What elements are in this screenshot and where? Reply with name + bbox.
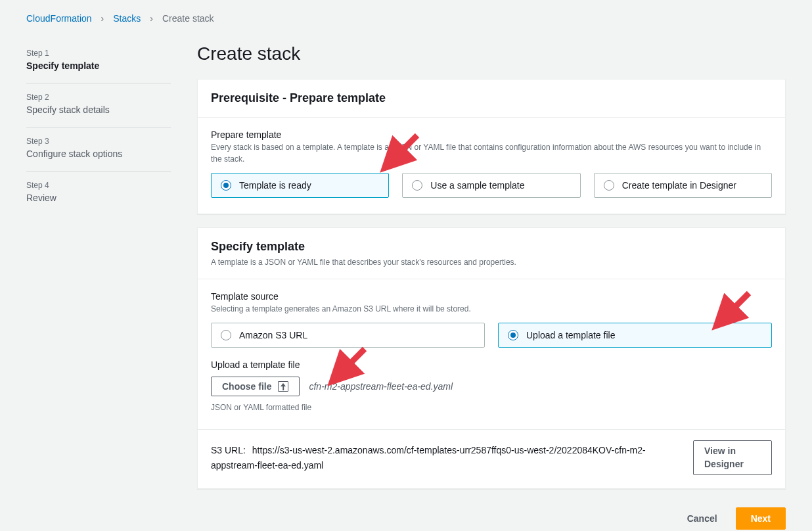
radio-label: Upload a template file <box>526 330 615 340</box>
panel-specify-template: Specify template A template is a JSON or… <box>197 227 786 489</box>
panel-prerequisite: Prerequisite - Prepare template Prepare … <box>197 79 786 214</box>
s3-url-display: S3 URL: https://s3-us-west-2.amazonaws.c… <box>211 443 680 473</box>
choose-file-button[interactable]: Choose file <box>211 377 300 396</box>
radio-icon <box>508 330 518 340</box>
wizard-step-1[interactable]: Step 1 Specify template <box>26 43 171 83</box>
field-label-prepare-template: Prepare template <box>211 129 772 140</box>
radio-icon <box>604 180 614 191</box>
radio-label: Amazon S3 URL <box>239 330 307 340</box>
wizard-step-label: Specify template <box>26 60 171 71</box>
radio-label: Use a sample template <box>430 180 524 191</box>
wizard-step-num: Step 3 <box>26 137 171 146</box>
radio-icon <box>221 180 231 191</box>
upload-icon <box>278 381 288 392</box>
chevron-right-icon: › <box>101 13 104 24</box>
field-label-template-source: Template source <box>211 291 772 302</box>
field-label-upload-file: Upload a template file <box>211 359 772 370</box>
radio-upload-template-file[interactable]: Upload a template file <box>498 323 772 348</box>
view-in-designer-button[interactable]: View in Designer <box>693 440 772 475</box>
breadcrumb-current: Create stack <box>162 13 214 24</box>
wizard-step-num: Step 4 <box>26 181 171 190</box>
panel-title: Prerequisite - Prepare template <box>211 91 772 105</box>
wizard-step-label: Configure stack options <box>26 149 171 159</box>
page-title: Create stack <box>197 43 786 64</box>
radio-label: Create template in Designer <box>622 180 736 191</box>
wizard-step-label: Review <box>26 193 171 203</box>
cancel-button[interactable]: Cancel <box>678 507 727 530</box>
main-content: Create stack Prerequisite - Prepare temp… <box>197 43 786 531</box>
field-help: Every stack is based on a template. A te… <box>211 141 772 165</box>
wizard-step-2[interactable]: Step 2 Specify stack details <box>26 83 171 127</box>
field-help: Selecting a template generates an Amazon… <box>211 303 772 315</box>
wizard-step-4[interactable]: Step 4 Review <box>26 172 171 215</box>
choose-file-label: Choose file <box>222 381 271 392</box>
radio-icon <box>221 330 231 340</box>
breadcrumb-link-stacks[interactable]: Stacks <box>113 13 141 24</box>
s3-url-value: https://s3-us-west-2.amazonaws.com/cf-te… <box>211 445 646 470</box>
next-button[interactable]: Next <box>736 507 786 530</box>
wizard-steps: Step 1 Specify template Step 2 Specify s… <box>26 43 171 215</box>
radio-use-sample-template[interactable]: Use a sample template <box>402 173 580 198</box>
wizard-step-num: Step 2 <box>26 93 171 102</box>
breadcrumb-link-cloudformation[interactable]: CloudFormation <box>26 13 92 24</box>
radio-template-is-ready[interactable]: Template is ready <box>211 173 389 198</box>
chevron-right-icon: › <box>150 13 153 24</box>
footer-actions: Cancel Next <box>197 502 786 531</box>
panel-subtitle: A template is a JSON or YAML file that d… <box>211 258 772 267</box>
breadcrumb: CloudFormation › Stacks › Create stack <box>26 13 786 24</box>
radio-label: Template is ready <box>239 180 311 191</box>
radio-create-in-designer[interactable]: Create template in Designer <box>594 173 772 198</box>
wizard-step-3[interactable]: Step 3 Configure stack options <box>26 127 171 172</box>
uploaded-filename: cfn-m2-appstream-fleet-ea-ed.yaml <box>309 381 453 392</box>
upload-hint: JSON or YAML formatted file <box>211 402 772 413</box>
radio-icon <box>412 180 422 191</box>
panel-title: Specify template <box>211 240 772 254</box>
wizard-step-num: Step 1 <box>26 49 171 58</box>
radio-amazon-s3-url[interactable]: Amazon S3 URL <box>211 323 485 348</box>
s3-url-label: S3 URL: <box>211 445 246 455</box>
wizard-step-label: Specify stack details <box>26 104 171 115</box>
